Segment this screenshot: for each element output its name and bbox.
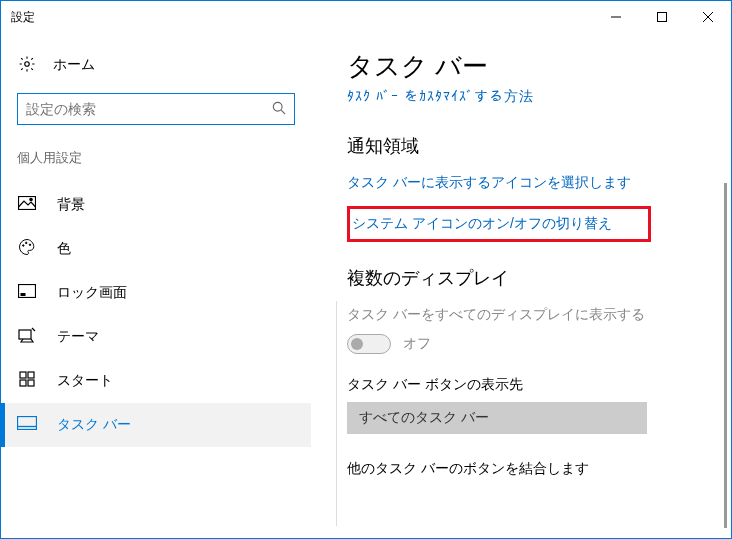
sidebar-item-label: 色 [57, 240, 71, 258]
svg-point-11 [29, 244, 31, 246]
dropdown-value: すべてのタスク バー [359, 409, 489, 427]
sidebar-item-label: スタート [57, 372, 113, 390]
lockscreen-icon [17, 284, 37, 302]
close-button[interactable] [685, 1, 731, 33]
partial-link[interactable]: ﾀｽｸ ﾊﾞｰ をｶｽﾀﾏｲｽﾞする方法 [347, 88, 707, 106]
notification-area-header: 通知領域 [347, 134, 707, 158]
taskbar-button-label: タスク バー ボタンの表示先 [347, 376, 707, 394]
taskbar-icon [17, 416, 37, 434]
system-icons-toggle-link-highlight: システム アイコンのオン/オフの切り替え [347, 206, 651, 242]
search-box[interactable] [17, 93, 295, 125]
taskbar-button-dropdown[interactable]: すべてのタスク バー [347, 402, 647, 434]
select-taskbar-icons-link[interactable]: タスク バーに表示するアイコンを選択します [347, 174, 631, 190]
sidebar-item-colors[interactable]: 色 [1, 227, 311, 271]
svg-rect-7 [19, 197, 36, 210]
minimize-button[interactable] [593, 1, 639, 33]
window-title: 設定 [11, 9, 593, 26]
picture-icon [17, 196, 37, 214]
main-content: タスク バー ﾀｽｸ ﾊﾞｰ をｶｽﾀﾏｲｽﾞする方法 通知領域 タスク バーに… [311, 33, 731, 538]
sidebar-item-label: テーマ [57, 328, 99, 346]
home-button[interactable]: ホーム [1, 43, 311, 87]
page-title: タスク バー [347, 49, 707, 84]
svg-rect-19 [28, 380, 34, 386]
toggle-state-label: オフ [403, 335, 431, 353]
svg-point-10 [26, 242, 28, 244]
section-header: 個人用設定 [1, 143, 311, 183]
svg-rect-16 [20, 372, 26, 378]
multi-display-toggle[interactable] [347, 334, 391, 354]
window-controls [593, 1, 731, 33]
sidebar-item-lockscreen[interactable]: ロック画面 [1, 271, 311, 315]
maximize-button[interactable] [639, 1, 685, 33]
svg-rect-13 [21, 293, 26, 296]
search-icon [272, 101, 286, 118]
sidebar-item-label: ロック画面 [57, 284, 127, 302]
svg-point-5 [273, 102, 282, 111]
svg-rect-1 [658, 13, 667, 22]
system-icons-toggle-link[interactable]: システム アイコンのオン/オフの切り替え [352, 215, 612, 231]
search-input[interactable] [26, 101, 272, 117]
svg-rect-18 [20, 380, 26, 386]
svg-rect-20 [18, 417, 37, 430]
svg-point-8 [30, 198, 32, 200]
multi-display-header: 複数のディスプレイ [347, 266, 707, 290]
svg-point-4 [25, 61, 30, 66]
svg-rect-17 [28, 372, 34, 378]
sidebar-item-background[interactable]: 背景 [1, 183, 311, 227]
gear-icon [17, 55, 37, 76]
sidebar-item-taskbar[interactable]: タスク バー [1, 403, 311, 447]
start-icon [17, 371, 37, 391]
combine-buttons-label: 他のタスク バーのボタンを結合します [347, 460, 707, 478]
multi-display-desc: タスク バーをすべてのディスプレイに表示する [347, 306, 707, 324]
svg-line-15 [32, 328, 35, 331]
svg-rect-14 [19, 330, 31, 339]
titlebar: 設定 [1, 1, 731, 33]
separator [336, 301, 337, 526]
svg-point-9 [23, 245, 25, 247]
home-label: ホーム [53, 56, 95, 74]
sidebar-item-label: タスク バー [57, 416, 131, 434]
sidebar-item-start[interactable]: スタート [1, 359, 311, 403]
svg-line-6 [281, 110, 285, 114]
sidebar-item-label: 背景 [57, 196, 85, 214]
sidebar: ホーム 個人用設定 背景 色 ロ [1, 33, 311, 538]
sidebar-item-themes[interactable]: テーマ [1, 315, 311, 359]
scrollbar[interactable] [724, 183, 727, 528]
palette-icon [17, 238, 37, 260]
theme-icon [17, 327, 37, 347]
